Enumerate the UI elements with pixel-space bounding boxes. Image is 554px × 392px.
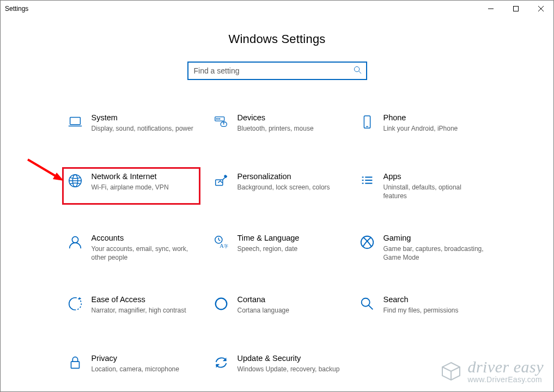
tile-network-internet[interactable]: Network & Internet Wi-Fi, airplane mode,… [62,167,200,205]
svg-point-34 [215,298,227,310]
paint-icon [210,171,232,189]
tile-desc: Bluetooth, printers, mouse [238,124,341,133]
tile-title: Phone [383,113,487,123]
tile-text: Update & Security Windows Update, recove… [232,353,341,373]
tile-desc: Wi-Fi, airplane mode, VPN [92,183,195,192]
person-icon [64,233,86,250]
tile-text: Devices Bluetooth, printers, mouse [232,113,341,133]
tile-personalization[interactable]: Personalization Background, lock screen,… [208,167,346,205]
page-heading: Windows Settings [1,32,553,46]
svg-point-9 [216,119,217,119]
tile-phone[interactable]: Phone Link your Android, iPhone [354,108,492,143]
tile-time-language[interactable]: A字 Time & Language Speech, region, date [208,229,346,266]
tile-title: Cortana [238,295,341,305]
tile-title: Apps [383,171,487,182]
cortana-icon [210,295,232,312]
search-container [1,62,553,80]
ease-of-access-icon [64,295,86,312]
devices-icon [210,113,232,130]
tile-text: Cortana Cortana language [232,295,341,315]
tile-desc: Narrator, magnifier, high contrast [92,306,195,315]
svg-point-32 [361,236,373,249]
lock-icon [64,353,86,371]
tile-cortana[interactable]: Cortana Cortana language [208,290,346,325]
tile-text: Apps Uninstall, defaults, optional featu… [378,171,487,200]
svg-rect-6 [70,118,80,125]
svg-line-29 [218,240,220,241]
tile-system[interactable]: System Display, sound, notifications, po… [62,108,200,143]
tile-desc: Your accounts, email, sync, work, other … [92,244,195,262]
tile-text: Search Find my files, permissions [378,295,487,315]
apps-list-icon [356,171,378,189]
tile-text: Accounts Your accounts, email, sync, wor… [86,233,195,262]
tile-title: Ease of Access [92,295,195,305]
tile-update-security[interactable]: Update & Security Windows Update, recove… [208,349,346,384]
svg-line-5 [358,71,361,74]
tile-text: Time & Language Speech, region, date [232,233,341,253]
window-title: Settings [5,5,28,13]
svg-text:字: 字 [223,244,228,249]
maximize-button[interactable] [503,1,528,17]
svg-point-4 [354,66,359,71]
minimize-icon [488,6,494,11]
svg-point-35 [361,298,369,307]
tile-desc: Speech, region, date [238,244,341,253]
tile-text: Gaming Game bar, captures, broadcasting,… [378,233,487,262]
tile-title: Update & Security [238,353,341,364]
tile-apps[interactable]: Apps Uninstall, defaults, optional featu… [354,167,492,205]
tile-desc: Location, camera, microphone [92,365,195,373]
window-controls [478,1,553,17]
sync-icon [210,353,232,371]
tile-accounts[interactable]: Accounts Your accounts, email, sync, wor… [62,229,200,266]
svg-rect-1 [514,7,519,11]
settings-grid: System Display, sound, notifications, po… [51,108,503,384]
tile-gaming[interactable]: Gaming Game bar, captures, broadcasting,… [354,229,492,266]
globe-icon [64,171,86,189]
svg-point-10 [217,119,218,119]
tile-title: System [92,113,195,123]
tile-text: System Display, sound, notifications, po… [86,113,195,133]
search-icon [354,66,362,76]
minimize-button[interactable] [478,1,503,17]
titlebar: Settings [1,1,553,17]
svg-point-11 [219,119,220,119]
tile-title: Time & Language [238,233,341,243]
tile-title: Privacy [92,353,195,364]
content-area: Windows Settings System Display, sound, … [1,17,553,384]
close-button[interactable] [528,1,553,17]
tile-title: Personalization [238,171,341,182]
tile-ease-of-access[interactable]: Ease of Access Narrator, magnifier, high… [62,290,200,325]
tile-devices[interactable]: Devices Bluetooth, printers, mouse [208,108,346,143]
maximize-icon [513,6,519,11]
tile-desc: Find my files, permissions [383,306,487,315]
tile-desc: Game bar, captures, broadcasting, Game M… [383,244,487,262]
tile-text: Network & Internet Wi-Fi, airplane mode,… [86,171,195,192]
laptop-icon [64,113,86,130]
search-box[interactable] [187,62,367,80]
tile-title: Accounts [92,233,195,243]
tile-text: Personalization Background, lock screen,… [232,171,341,192]
tile-privacy[interactable]: Privacy Location, camera, microphone [62,349,200,384]
tile-title: Gaming [383,233,487,243]
close-icon [538,6,544,11]
tile-text: Privacy Location, camera, microphone [86,353,195,373]
tile-search[interactable]: Search Find my files, permissions [354,290,492,325]
phone-icon [356,113,378,130]
tile-text: Ease of Access Narrator, magnifier, high… [86,295,195,315]
svg-point-26 [72,237,78,243]
tile-title: Search [383,295,487,305]
tile-desc: Cortana language [238,306,341,315]
tile-title: Network & Internet [92,171,195,182]
tile-desc: Windows Update, recovery, backup [238,365,341,373]
xbox-icon [356,233,378,250]
search-input[interactable] [194,66,354,75]
svg-marker-33 [78,297,81,300]
time-language-icon: A字 [210,233,232,250]
search-tile-icon [356,295,378,312]
tile-text: Phone Link your Android, iPhone [378,113,487,133]
tile-desc: Background, lock screen, colors [238,183,341,192]
svg-line-36 [368,305,373,310]
tile-desc: Uninstall, defaults, optional features [383,183,487,200]
tile-desc: Display, sound, notifications, power [92,124,195,133]
settings-window: Settings Windows Settings [0,0,554,392]
